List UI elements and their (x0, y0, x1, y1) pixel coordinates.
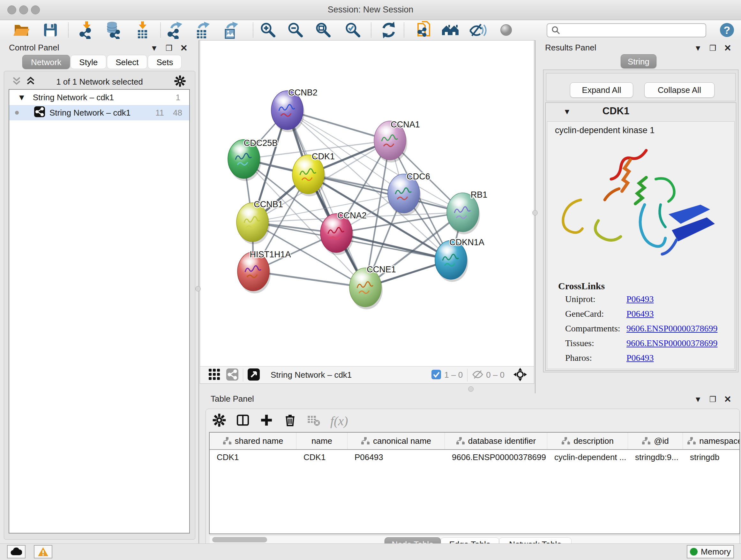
status-bar: Memory (0, 543, 741, 560)
network-badge-icon[interactable] (226, 368, 239, 382)
search-icon (551, 25, 561, 35)
tab-select[interactable]: Select (107, 55, 147, 69)
export-network-icon[interactable] (166, 21, 184, 39)
cell-canonicalname[interactable]: P06493 (347, 452, 445, 462)
open-session-icon[interactable] (13, 21, 30, 39)
eye-slash-icon[interactable] (469, 21, 487, 39)
search-input[interactable] (564, 25, 705, 35)
collapse-all-button[interactable]: Collapse All (644, 82, 715, 98)
import-network-database-icon[interactable] (105, 21, 122, 39)
warning-icon (38, 547, 49, 557)
table-settings-gear-icon[interactable] (212, 413, 226, 428)
section-expander-icon[interactable]: ▼ (563, 107, 571, 116)
warning-button[interactable] (34, 545, 52, 558)
column-header-databaseidentifier[interactable]: database identifier (445, 433, 547, 449)
node-label-CDK1: CDK1 (312, 152, 335, 161)
network-selection-status: 1 of 1 Network selected (4, 77, 195, 87)
cell-name[interactable]: CDK1 (296, 452, 347, 462)
crosslink-link[interactable]: 9606.ENSP00000378699 (626, 338, 718, 348)
selected-checkbox-icon[interactable] (431, 370, 441, 381)
panel-collapse-icon[interactable]: ▼ (694, 44, 702, 53)
splitter-knob-right[interactable] (532, 210, 538, 215)
column-header-id[interactable]: @id (628, 433, 683, 449)
gene-description: cyclin-dependent kinase 1 (555, 125, 655, 135)
sphere-icon[interactable] (497, 21, 515, 39)
column-header-canonicalname[interactable]: canonical name (347, 433, 445, 449)
column-header-namespace[interactable]: namespace (683, 433, 740, 449)
ribbon-segment (622, 160, 630, 191)
column-header-sharedname[interactable]: shared name (210, 433, 296, 449)
table-header-row: shared namenamecanonical namedatabase id… (210, 433, 739, 450)
birdseye-grid-icon[interactable] (208, 368, 220, 382)
tab-sets[interactable]: Sets (148, 55, 182, 69)
zoom-in-icon[interactable] (259, 21, 277, 39)
memory-button[interactable]: Memory (687, 545, 734, 558)
tab-network[interactable]: Network (22, 55, 70, 69)
network-edge-CCNB2-CCNE1[interactable] (287, 110, 365, 287)
panel-float-icon[interactable]: ❒ (710, 395, 717, 404)
panel-close-icon[interactable]: ✕ (180, 43, 188, 53)
panel-close-icon[interactable]: ✕ (724, 394, 731, 405)
panel-float-icon[interactable]: ❒ (165, 44, 173, 53)
export-table-icon[interactable] (194, 21, 212, 39)
add-column-icon[interactable] (259, 413, 273, 428)
ribbon-segment (595, 221, 621, 240)
delete-column-icon[interactable] (283, 413, 297, 428)
control-panel-tabs: NetworkStyleSelectSets (22, 55, 182, 69)
import-network-file-icon[interactable] (77, 21, 95, 39)
houses-icon[interactable] (441, 21, 459, 39)
crosslink-link[interactable]: P06493 (626, 309, 654, 319)
panel-collapse-icon[interactable]: ▼ (150, 44, 158, 53)
delete-table-icon (307, 413, 321, 428)
tab-style[interactable]: Style (71, 55, 106, 69)
network-options-gear-icon[interactable] (174, 75, 186, 88)
help-icon[interactable]: ? (718, 21, 736, 39)
window-title: Session: New Session (0, 5, 741, 15)
zoom-fit-icon[interactable] (314, 21, 332, 39)
show-columns-icon[interactable] (236, 413, 250, 428)
cell-namespace[interactable]: stringdb (683, 452, 740, 462)
tree-expander-icon[interactable]: ▼ (17, 92, 26, 103)
table-panel-title: Table Panel (211, 394, 254, 404)
cell-databaseidentifier[interactable]: 9606.ENSP00000378699 (445, 452, 547, 462)
file-share-icon[interactable] (415, 21, 433, 39)
zoom-out-icon[interactable] (286, 21, 305, 39)
splitter-knob-bottom[interactable] (468, 386, 474, 392)
network-collection-row[interactable]: ▼ String Network – cdk1 1 (9, 90, 189, 105)
search-box[interactable] (547, 23, 706, 37)
selected-counter: 1 – 0 (444, 370, 463, 380)
splitter-knob-left[interactable] (195, 286, 201, 292)
cell-description[interactable]: cyclin-dependent ... (547, 452, 628, 462)
control-panel-title: Control Panel (9, 43, 59, 53)
network-canvas[interactable]: CCNB2CCNA1CDC25BCDK1CDC6RB1CCNB1CCNA2CDK… (200, 41, 534, 366)
save-session-icon[interactable] (42, 21, 59, 39)
crosslink-link[interactable]: P06493 (626, 353, 654, 363)
node-label-CDC6: CDC6 (407, 172, 430, 181)
table-hscrollbar-thumb[interactable] (212, 537, 267, 543)
panel-close-icon[interactable]: ✕ (724, 43, 731, 53)
panel-float-icon[interactable]: ❒ (710, 44, 717, 53)
fit-crosshair-icon[interactable] (514, 368, 527, 382)
export-image-icon[interactable] (222, 21, 240, 39)
crosslink-label: Compartments: (565, 323, 620, 334)
zoom-selected-icon[interactable] (344, 21, 362, 39)
column-header-name[interactable]: name (296, 433, 347, 449)
open-in-window-icon[interactable] (248, 368, 260, 382)
crosslink-link[interactable]: 9606.ENSP00000378699 (626, 323, 718, 334)
cell-sharedname[interactable]: CDK1 (210, 452, 296, 462)
import-table-icon[interactable] (133, 21, 151, 39)
network-list: ▼ String Network – cdk1 1 String Network… (9, 89, 190, 534)
column-header-description[interactable]: description (547, 433, 628, 449)
cloud-button[interactable] (7, 545, 25, 558)
table-row[interactable]: CDK1CDK1P064939606.ENSP00000378699cyclin… (210, 450, 739, 464)
expand-all-button[interactable]: Expand All (570, 82, 633, 98)
collection-count: 1 (176, 92, 180, 103)
crosslink-link[interactable]: P06493 (626, 294, 654, 304)
panel-collapse-icon[interactable]: ▼ (694, 395, 702, 404)
title-bar: Session: New Session (0, 0, 741, 20)
tab-string[interactable]: String (621, 54, 657, 68)
apply-layout-icon[interactable] (380, 21, 398, 39)
network-row-selected[interactable]: String Network – cdk1 11 48 (9, 105, 189, 120)
ribbon-segment (660, 205, 665, 227)
cell-id[interactable]: stringdb:9... (628, 452, 683, 462)
